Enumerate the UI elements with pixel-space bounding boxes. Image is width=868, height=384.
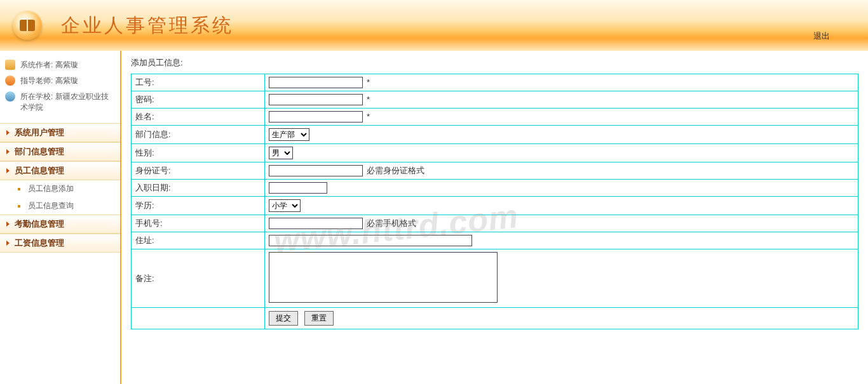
content-area: 添加员工信息: 工号: * 密码: * 姓名: * 部门信息: 生产部 性别: …: [121, 51, 868, 384]
label-password: 密码:: [132, 91, 265, 109]
bullet-icon: [18, 205, 20, 208]
sidebar-menu: 系统用户管理 部门信息管理 员工信息管理 员工信息添加 员工信息查询 考勤信息管…: [0, 123, 120, 253]
hint-phone: 必需手机格式: [367, 218, 416, 228]
menu-attendance[interactable]: 考勤信息管理: [0, 215, 120, 234]
label-dept: 部门信息:: [132, 126, 265, 144]
menu-salary[interactable]: 工资信息管理: [0, 234, 120, 253]
author-info-block: 系统作者: 高紫璇 指导老师: 高紫璇 所在学校: 新疆农业职业技术学院: [0, 51, 120, 119]
menu-employee-query[interactable]: 员工信息查询: [0, 197, 120, 215]
employee-form-table: 工号: * 密码: * 姓名: * 部门信息: 生产部 性别: 男 身份证号: …: [131, 74, 858, 329]
info-label: 系统作者:: [20, 60, 53, 69]
hint-required: *: [367, 112, 370, 121]
address-input[interactable]: [269, 235, 472, 246]
reset-button[interactable]: 重置: [304, 311, 334, 326]
logout-link[interactable]: 退出: [813, 30, 830, 42]
label-address: 住址:: [132, 232, 265, 249]
chevron-right-icon: [6, 149, 10, 154]
hiredate-input[interactable]: [269, 182, 327, 194]
clock-icon: [5, 76, 15, 86]
label-emp-id: 工号:: [132, 74, 265, 91]
dept-select[interactable]: 生产部: [269, 128, 309, 141]
bullet-icon: [18, 188, 20, 190]
remark-textarea[interactable]: [269, 252, 498, 303]
chevron-right-icon: [6, 222, 10, 227]
emp-id-input[interactable]: [269, 77, 363, 88]
form-title: 添加员工信息:: [131, 57, 858, 69]
submit-button[interactable]: 提交: [269, 311, 298, 326]
chevron-right-icon: [6, 168, 10, 173]
hint-required: *: [367, 77, 370, 87]
menu-label: 系统用户管理: [15, 127, 64, 138]
empty-cell: [132, 308, 265, 329]
info-value: 高紫璇: [55, 60, 78, 69]
app-title: 企业人事管理系统: [61, 13, 234, 39]
info-row-author: 系统作者: 高紫璇: [5, 57, 115, 73]
label-edu: 学历:: [132, 197, 265, 215]
phone-input[interactable]: [269, 218, 363, 229]
info-row-teacher: 指导老师: 高紫璇: [5, 73, 115, 89]
edu-select[interactable]: 小学: [269, 199, 301, 212]
globe-icon: [5, 91, 15, 102]
label-phone: 手机号:: [132, 215, 265, 232]
menu-label: 部门信息管理: [15, 146, 64, 157]
label-idcard: 身份证号:: [132, 162, 265, 180]
label-hiredate: 入职日期:: [132, 180, 265, 197]
info-label: 所在学校:: [20, 92, 53, 101]
info-label: 指导老师:: [20, 76, 53, 85]
menu-label: 员工信息查询: [28, 201, 74, 211]
menu-label: 员工信息添加: [28, 183, 74, 194]
info-value: 高紫璇: [55, 76, 78, 85]
idcard-input[interactable]: [269, 165, 363, 176]
password-input[interactable]: [269, 94, 363, 105]
hint-required: *: [367, 95, 370, 104]
menu-department[interactable]: 部门信息管理: [0, 142, 120, 161]
label-remark: 备注:: [132, 249, 265, 308]
menu-label: 员工信息管理: [15, 165, 64, 176]
gender-select[interactable]: 男: [269, 147, 293, 159]
menu-system-user[interactable]: 系统用户管理: [0, 123, 120, 142]
chevron-right-icon: [6, 130, 10, 135]
chevron-right-icon: [6, 241, 10, 246]
user-icon: [5, 60, 15, 70]
menu-employee[interactable]: 员工信息管理: [0, 161, 120, 180]
hint-idcard: 必需身份证格式: [367, 166, 424, 175]
main-container: 系统作者: 高紫璇 指导老师: 高紫璇 所在学校: 新疆农业职业技术学院 系统用…: [0, 51, 868, 384]
menu-employee-add[interactable]: 员工信息添加: [0, 180, 120, 197]
logo-icon: [13, 11, 42, 40]
sidebar: 系统作者: 高紫璇 指导老师: 高紫璇 所在学校: 新疆农业职业技术学院 系统用…: [0, 51, 121, 384]
menu-label: 工资信息管理: [15, 237, 64, 249]
label-gender: 性别:: [132, 144, 265, 162]
header: 企业人事管理系统 退出: [0, 0, 868, 51]
info-row-school: 所在学校: 新疆农业职业技术学院: [5, 89, 115, 116]
name-input[interactable]: [269, 111, 363, 122]
label-name: 姓名:: [132, 109, 265, 126]
menu-label: 考勤信息管理: [15, 218, 64, 230]
